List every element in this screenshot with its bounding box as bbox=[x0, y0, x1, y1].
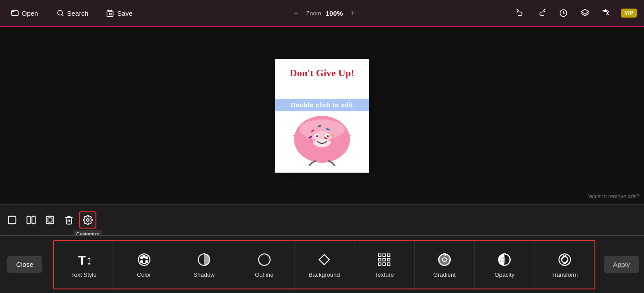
shadow-label: Shadow bbox=[194, 271, 215, 278]
gear-icon bbox=[83, 215, 93, 225]
svg-rect-44 bbox=[383, 254, 386, 256]
crop-button[interactable] bbox=[4, 211, 21, 229]
svg-point-35 bbox=[141, 257, 142, 259]
color-option[interactable]: Color bbox=[114, 241, 174, 288]
bottom-panel: Close T↕ Text Style Color bbox=[0, 235, 644, 293]
outline-option[interactable]: Outline bbox=[234, 241, 294, 288]
texture-option[interactable]: Texture bbox=[354, 241, 414, 288]
svg-point-38 bbox=[145, 261, 147, 262]
open-icon bbox=[11, 9, 19, 17]
opacity-icon bbox=[495, 251, 513, 269]
color-icon bbox=[135, 251, 153, 269]
history-button[interactable] bbox=[556, 6, 571, 20]
layers-button[interactable] bbox=[578, 6, 592, 20]
save-label: Save bbox=[117, 9, 132, 17]
canvas-area: Don't Give Up! Double click to edit bbox=[0, 27, 644, 204]
svg-point-2 bbox=[58, 10, 63, 15]
svg-rect-59 bbox=[502, 260, 505, 262]
delete-button[interactable] bbox=[60, 211, 77, 229]
toolbar-strip: Customize bbox=[0, 204, 644, 235]
svg-rect-29 bbox=[32, 216, 35, 224]
redo-icon bbox=[537, 9, 546, 18]
svg-point-19 bbox=[310, 138, 316, 142]
svg-line-3 bbox=[62, 14, 63, 16]
svg-rect-46 bbox=[379, 258, 381, 261]
translate-button[interactable] bbox=[599, 6, 614, 20]
gradient-icon bbox=[435, 251, 454, 269]
svg-point-17 bbox=[316, 135, 318, 137]
svg-rect-28 bbox=[27, 216, 30, 224]
svg-rect-43 bbox=[379, 254, 381, 256]
donut-illustration bbox=[286, 99, 358, 168]
svg-point-39 bbox=[143, 256, 145, 257]
opacity-label: Opacity bbox=[494, 271, 514, 278]
history-icon bbox=[559, 9, 568, 18]
text-style-label: Text Style bbox=[71, 271, 96, 278]
svg-point-41 bbox=[259, 254, 270, 266]
svg-rect-47 bbox=[383, 258, 386, 261]
outline-icon bbox=[255, 251, 273, 269]
shadow-icon bbox=[195, 251, 213, 269]
transform-option[interactable]: Transform bbox=[535, 241, 594, 288]
customize-button[interactable]: Customize bbox=[79, 211, 96, 229]
gradient-label: Gradient bbox=[433, 271, 456, 278]
svg-point-18 bbox=[327, 135, 329, 137]
crop-square-button[interactable] bbox=[41, 211, 59, 229]
svg-line-24 bbox=[332, 163, 335, 165]
svg-rect-51 bbox=[387, 263, 390, 266]
svg-rect-27 bbox=[9, 216, 16, 224]
shadow-option[interactable]: Shadow bbox=[174, 241, 234, 288]
design-card[interactable]: Don't Give Up! Double click to edit bbox=[275, 59, 369, 173]
svg-marker-5 bbox=[581, 9, 589, 14]
open-button[interactable]: Open bbox=[7, 7, 42, 19]
svg-rect-49 bbox=[379, 263, 381, 266]
opacity-option[interactable]: Opacity bbox=[475, 241, 535, 288]
topbar: Open Search Save − Zoom 100% + bbox=[0, 0, 644, 27]
undo-icon bbox=[516, 9, 525, 18]
design-title-text: Don't Give Up! bbox=[275, 67, 369, 79]
split-vertical-button[interactable] bbox=[23, 211, 40, 229]
transform-icon bbox=[556, 251, 574, 269]
gradient-option[interactable]: Gradient bbox=[415, 241, 475, 288]
svg-point-20 bbox=[328, 138, 334, 142]
texture-icon bbox=[375, 251, 393, 269]
svg-rect-30 bbox=[46, 216, 54, 224]
svg-point-36 bbox=[145, 257, 147, 259]
zoom-out-button[interactable]: − bbox=[291, 8, 302, 18]
background-label: Background bbox=[308, 271, 340, 278]
layers-icon bbox=[581, 9, 590, 18]
svg-text:T↕: T↕ bbox=[78, 253, 91, 267]
ads-remove-text[interactable]: Want to remove ads? bbox=[588, 193, 639, 200]
outline-label: Outline bbox=[255, 271, 273, 278]
redo-button[interactable] bbox=[535, 6, 549, 20]
close-button[interactable]: Close bbox=[7, 256, 42, 273]
background-icon bbox=[315, 251, 333, 269]
undo-button[interactable] bbox=[513, 6, 527, 20]
open-label: Open bbox=[22, 9, 38, 17]
background-option[interactable]: Background bbox=[295, 241, 354, 288]
vip-badge[interactable]: VIP bbox=[621, 9, 637, 18]
svg-point-32 bbox=[86, 219, 89, 221]
save-icon bbox=[106, 9, 114, 17]
apply-button[interactable]: Apply bbox=[604, 256, 639, 273]
search-button[interactable]: Search bbox=[53, 7, 92, 19]
svg-rect-50 bbox=[383, 263, 386, 266]
zoom-label-text: Zoom bbox=[306, 10, 321, 17]
svg-point-60 bbox=[559, 254, 571, 266]
svg-rect-45 bbox=[387, 254, 390, 256]
options-panel: T↕ Text Style Color Shadow bbox=[53, 240, 595, 289]
text-style-option[interactable]: T↕ Text Style bbox=[54, 241, 114, 288]
save-button[interactable]: Save bbox=[103, 7, 136, 19]
search-label: Search bbox=[67, 9, 89, 17]
svg-line-22 bbox=[309, 163, 312, 165]
svg-point-8 bbox=[299, 119, 345, 139]
search-icon bbox=[56, 9, 64, 17]
zoom-in-button[interactable]: + bbox=[347, 8, 358, 18]
svg-point-37 bbox=[141, 261, 142, 262]
svg-rect-31 bbox=[48, 218, 52, 222]
transform-label: Transform bbox=[551, 271, 578, 278]
text-style-icon: T↕ bbox=[75, 251, 93, 269]
zoom-value: 100% bbox=[326, 9, 343, 17]
svg-rect-48 bbox=[387, 258, 390, 261]
texture-label: Texture bbox=[375, 271, 394, 278]
